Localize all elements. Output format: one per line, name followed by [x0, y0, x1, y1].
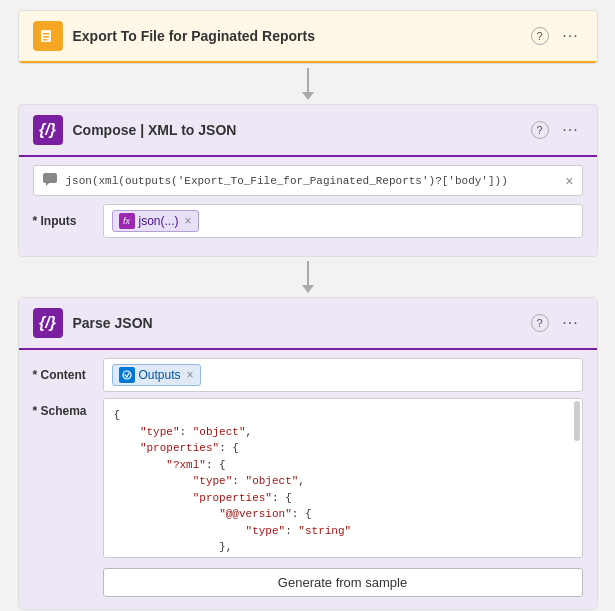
parse-more-button[interactable]: ···: [559, 311, 583, 335]
schema-line-7: "type": "string": [114, 523, 572, 540]
svg-rect-3: [43, 39, 47, 41]
parse-card-actions: ? ···: [531, 311, 583, 335]
compose-card-actions: ? ···: [531, 118, 583, 142]
scrollbar-indicator: [574, 401, 580, 441]
schema-line-4: "type": "object",: [114, 473, 572, 490]
compose-card-header: {/} Compose | XML to JSON ? ···: [19, 105, 597, 157]
parse-icon: {/}: [33, 308, 63, 338]
parse-schema-row: * Schema { "type": "object", "properties…: [33, 398, 583, 597]
export-card-title: Export To File for Paginated Reports: [73, 28, 521, 44]
token-close-button[interactable]: ×: [185, 214, 192, 228]
svg-marker-5: [51, 32, 55, 35]
compose-more-button[interactable]: ···: [559, 118, 583, 142]
compose-help-button[interactable]: ?: [531, 121, 549, 139]
compose-inputs-field[interactable]: fx json(...) ×: [103, 204, 583, 238]
parse-card: {/} Parse JSON ? ··· * Content: [18, 297, 598, 610]
parse-card-body: * Content Outputs ×: [19, 350, 597, 609]
parse-schema-area: { "type": "object", "properties": { "?xm…: [103, 398, 583, 597]
export-icon: [33, 21, 63, 51]
connector-1: [302, 64, 314, 104]
schema-line-1: "type": "object",: [114, 424, 572, 441]
parse-token-close[interactable]: ×: [187, 368, 194, 382]
export-card-actions: ? ···: [531, 24, 583, 48]
parse-schema-label: * Schema: [33, 398, 93, 418]
connector-arrow-1: [302, 92, 314, 100]
svg-rect-2: [43, 36, 49, 38]
svg-rect-4: [51, 35, 55, 40]
parse-help-button[interactable]: ?: [531, 314, 549, 332]
export-card: Export To File for Paginated Reports ? ·…: [18, 10, 598, 64]
parse-token-label: Outputs: [139, 368, 181, 382]
compose-inputs-label: * Inputs: [33, 214, 93, 228]
compose-token: fx json(...) ×: [112, 210, 199, 232]
export-card-header: Export To File for Paginated Reports ? ·…: [19, 11, 597, 63]
schema-line-5: "properties": {: [114, 490, 572, 507]
schema-line-9: "@@encoding": {: [114, 556, 572, 559]
schema-line-0: {: [114, 407, 572, 424]
schema-line-2: "properties": {: [114, 440, 572, 457]
compose-inputs-row: * Inputs fx json(...) ×: [33, 204, 583, 238]
expression-text: json(xml(outputs('Export_To_File_for_Pag…: [66, 175, 558, 187]
parse-content-row: * Content Outputs ×: [33, 358, 583, 392]
parse-token-icon: [119, 367, 135, 383]
connector-line-1: [307, 68, 309, 92]
compose-card-body: json(xml(outputs('Export_To_File_for_Pag…: [19, 157, 597, 256]
export-more-button[interactable]: ···: [559, 24, 583, 48]
schema-line-8: },: [114, 539, 572, 556]
parse-outputs-token: Outputs ×: [112, 364, 201, 386]
token-label: json(...): [139, 214, 179, 228]
schema-editor[interactable]: { "type": "object", "properties": { "?xm…: [103, 398, 583, 558]
svg-rect-1: [43, 33, 49, 35]
expr-chat-icon: [42, 171, 58, 190]
schema-line-6: "@@version": {: [114, 506, 572, 523]
expression-bar: json(xml(outputs('Export_To_File_for_Pag…: [33, 165, 583, 196]
connector-arrow-2: [302, 285, 314, 293]
compose-card: {/} Compose | XML to JSON ? ··· json(xml…: [18, 104, 598, 257]
expression-close-button[interactable]: ×: [565, 173, 573, 189]
export-help-button[interactable]: ?: [531, 27, 549, 45]
token-fx-icon: fx: [119, 213, 135, 229]
parse-content-field[interactable]: Outputs ×: [103, 358, 583, 392]
parse-card-title: Parse JSON: [73, 315, 521, 331]
compose-card-title: Compose | XML to JSON: [73, 122, 521, 138]
flow-container: Export To File for Paginated Reports ? ·…: [18, 10, 598, 610]
generate-from-sample-button[interactable]: Generate from sample: [103, 568, 583, 597]
connector-2: [302, 257, 314, 297]
parse-content-label: * Content: [33, 368, 93, 382]
connector-line-2: [307, 261, 309, 285]
compose-icon: {/}: [33, 115, 63, 145]
svg-rect-6: [43, 173, 57, 183]
schema-line-3: "?xml": {: [114, 457, 572, 474]
parse-card-header: {/} Parse JSON ? ···: [19, 298, 597, 350]
svg-marker-7: [46, 183, 49, 186]
